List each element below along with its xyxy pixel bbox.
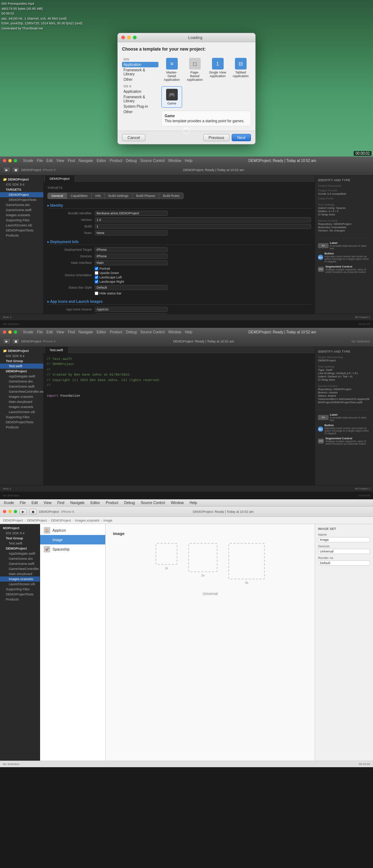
slot-3x-box[interactable] bbox=[228, 543, 265, 579]
cancel-button[interactable]: Cancel bbox=[122, 134, 145, 141]
asset-name-input[interactable] bbox=[318, 537, 370, 542]
asset-devices-value[interactable]: Universal bbox=[318, 549, 370, 554]
tree3-gamescene-swift[interactable]: GameScene.swift bbox=[0, 561, 40, 566]
tree3-main-storyboard[interactable]: Main.storyboard bbox=[0, 571, 40, 576]
menu-window[interactable]: Window bbox=[168, 159, 181, 163]
menu2-xcode[interactable]: Xcode bbox=[23, 330, 33, 334]
team-value[interactable]: None bbox=[95, 230, 168, 235]
build-value[interactable]: 1 bbox=[95, 224, 311, 229]
menu-edit[interactable]: Edit bbox=[46, 159, 52, 163]
menu-debug[interactable]: Debug bbox=[126, 159, 137, 163]
tree2-demoproject[interactable]: 📁 DEMOProject bbox=[0, 348, 43, 353]
tree3-supporting[interactable]: Supporting Files bbox=[0, 587, 40, 592]
menu2-help[interactable]: Help bbox=[185, 330, 192, 334]
tree2-gamescene-swift[interactable]: GameScene.swift bbox=[0, 384, 43, 389]
run-button-2[interactable]: ▶ bbox=[3, 338, 11, 344]
menu3-debug[interactable]: Debug bbox=[124, 501, 135, 505]
tree-demoproject[interactable]: 📁 DEMOProject bbox=[0, 177, 43, 182]
run-button-3[interactable]: ▶ bbox=[19, 509, 27, 515]
orientation-portrait[interactable]: Portrait bbox=[95, 267, 124, 270]
breadcrumb-3[interactable]: DEMOProject bbox=[51, 519, 71, 522]
tree3-gamescene-sks[interactable]: GameScene.sks bbox=[0, 556, 40, 561]
tree2-demoproject-group[interactable]: DEMOProject bbox=[0, 369, 43, 374]
sidebar-application-osx[interactable]: Application bbox=[122, 89, 158, 94]
breadcrumb-2[interactable]: DEMOProject bbox=[27, 519, 47, 522]
template-game[interactable]: 🎮 Game bbox=[161, 86, 182, 108]
orientation-landscape-left[interactable]: Landscape Left bbox=[95, 276, 124, 279]
menu3-edit[interactable]: Edit bbox=[31, 501, 38, 505]
menu-editor[interactable]: Editor bbox=[97, 159, 106, 163]
stop-button-3[interactable]: ◼ bbox=[29, 509, 37, 515]
app-icons-source-value[interactable]: AppIcon bbox=[95, 307, 168, 312]
breadcrumb-5[interactable]: image bbox=[103, 519, 113, 522]
tab-demoproject[interactable]: DEMOProject bbox=[45, 175, 74, 182]
main-interface-value[interactable]: Main bbox=[95, 260, 168, 265]
menu3-editor[interactable]: Editor bbox=[90, 501, 100, 505]
orientation-upside-down[interactable]: Upside Down bbox=[95, 271, 124, 275]
win-maximize[interactable] bbox=[14, 159, 17, 162]
tree-gamescene-sks[interactable]: GameScene.sks bbox=[0, 202, 43, 207]
previous-button[interactable]: Previous bbox=[203, 134, 230, 141]
stop-button[interactable]: ◼ bbox=[12, 167, 20, 173]
close-dot[interactable] bbox=[121, 36, 125, 39]
win-minimize[interactable] bbox=[8, 159, 12, 162]
win3-maximize[interactable] bbox=[14, 510, 17, 513]
tree3-moproject[interactable]: MOProject bbox=[0, 526, 40, 531]
settings-tab-build-phases[interactable]: Build Phases bbox=[133, 193, 160, 199]
tree2-tests[interactable]: DEMOProjectTests bbox=[0, 420, 43, 425]
run-button[interactable]: ▶ bbox=[3, 167, 11, 173]
menu2-editor[interactable]: Editor bbox=[97, 330, 106, 334]
asset-spaceship[interactable]: 🚀 Spaceship bbox=[40, 544, 105, 554]
slot-2x-box[interactable] bbox=[188, 543, 217, 572]
tree2-test-group[interactable]: Test Group bbox=[0, 358, 43, 364]
settings-tab-capabilities[interactable]: Capabilities bbox=[67, 193, 92, 199]
menu3-source[interactable]: Source Control bbox=[141, 501, 165, 505]
tree2-main-storyboard[interactable]: Main.storyboard bbox=[0, 399, 43, 404]
breadcrumb-4[interactable]: Images.xcassets bbox=[75, 519, 99, 522]
minimize-dot[interactable] bbox=[127, 36, 131, 39]
tree-products[interactable]: Products bbox=[0, 233, 43, 238]
tree2-gamescene-sks[interactable]: GameScene.sks bbox=[0, 379, 43, 384]
bundle-id-value[interactable]: Benkane.airios.DEMOProject bbox=[95, 211, 168, 216]
tree2-gameviewcontroller[interactable]: GameViewController.swift bbox=[0, 389, 43, 394]
menu2-navigate[interactable]: Navigate bbox=[79, 330, 93, 334]
menu3-product[interactable]: Product bbox=[106, 501, 118, 505]
tree3-test-swift[interactable]: Test.swift bbox=[0, 541, 40, 546]
menu-find[interactable]: Find bbox=[68, 159, 75, 163]
menu3-help[interactable]: Help bbox=[189, 501, 197, 505]
menu2-find[interactable]: Find bbox=[68, 330, 75, 334]
tab-test-swift[interactable]: Test.swift bbox=[45, 347, 68, 353]
menu3-navigate[interactable]: Navigate bbox=[70, 501, 85, 505]
win3-close[interactable] bbox=[3, 510, 6, 513]
settings-tab-build-settings[interactable]: Build Settings bbox=[105, 193, 133, 199]
template-single-view[interactable]: 1 Single View Application bbox=[207, 55, 228, 84]
devices-value[interactable]: iPhone bbox=[95, 254, 168, 259]
menu2-source[interactable]: Source Control bbox=[140, 330, 165, 334]
menu2-debug[interactable]: Debug bbox=[126, 330, 137, 334]
menu2-window[interactable]: Window bbox=[168, 330, 181, 334]
tree2-test-swift[interactable]: Test.swift bbox=[0, 364, 43, 369]
tree2-supporting[interactable]: Supporting Files bbox=[0, 415, 43, 420]
win-close[interactable] bbox=[3, 159, 6, 162]
tree3-products[interactable]: Products bbox=[0, 597, 40, 602]
menu3-find[interactable]: Find bbox=[57, 501, 64, 505]
asset-image[interactable]: Image bbox=[40, 535, 105, 544]
menu-view[interactable]: View bbox=[56, 159, 64, 163]
tree-targets[interactable]: TARGETS bbox=[0, 187, 43, 192]
tree-launchscreen[interactable]: LaunchScreen.xib bbox=[0, 223, 43, 228]
tree-tests[interactable]: DEMOProjectTests bbox=[0, 228, 43, 233]
win3-minimize[interactable] bbox=[8, 510, 12, 513]
sidebar-application[interactable]: Application bbox=[122, 62, 158, 67]
slot-1x-box[interactable] bbox=[156, 543, 177, 565]
sidebar-plugin-osx[interactable]: System Plug-in bbox=[122, 104, 158, 109]
win2-close[interactable] bbox=[3, 330, 6, 334]
tree-supporting[interactable]: Supporting Files bbox=[0, 218, 43, 223]
menu-source[interactable]: Source Control bbox=[140, 159, 165, 163]
maximize-dot[interactable] bbox=[133, 36, 137, 39]
menu3-view[interactable]: View bbox=[44, 501, 52, 505]
menu-xcode[interactable]: Xcode bbox=[23, 159, 33, 163]
tree-ios-sdk[interactable]: iOS SDK 8.4 bbox=[0, 182, 43, 187]
breadcrumb-1[interactable]: DEMOProject bbox=[3, 519, 23, 522]
menu2-view[interactable]: View bbox=[56, 330, 64, 334]
tree3-images[interactable]: Images.xcassets bbox=[0, 576, 40, 582]
